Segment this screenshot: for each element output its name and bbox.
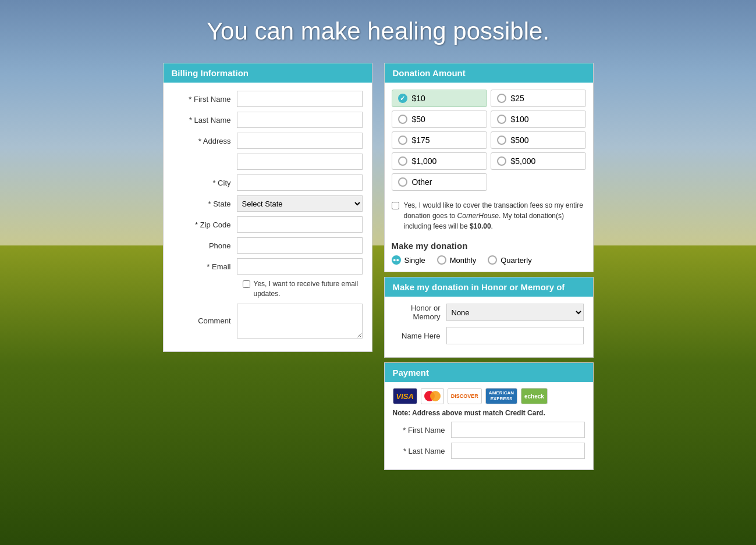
phone-label: Phone <box>173 241 237 250</box>
amount-10[interactable]: $10 <box>392 90 487 107</box>
honor-memory-row: Honor or Memory None In Honor of In Memo… <box>394 304 584 321</box>
freq-single[interactable]: ● Single <box>392 255 425 265</box>
payment-first-name-label: * First Name <box>393 426 451 434</box>
freq-quarterly-label: Quarterly <box>501 256 531 265</box>
amount-175[interactable]: $175 <box>392 131 487 149</box>
address-input-2[interactable] <box>237 154 363 170</box>
radio-other <box>398 177 407 187</box>
honor-body: Honor or Memory None In Honor of In Memo… <box>385 297 593 357</box>
comment-row: Comment <box>173 304 363 339</box>
amount-50[interactable]: $50 <box>392 111 487 128</box>
honor-memory-select[interactable]: None In Honor of In Memory of <box>446 304 584 321</box>
amount-other-label: Other <box>412 177 432 187</box>
city-label: * City <box>173 179 237 187</box>
amex-icon: AMERICANEXPRESS <box>485 388 517 404</box>
radio-175 <box>398 136 407 145</box>
amount-100[interactable]: $100 <box>491 111 586 128</box>
radio-500 <box>497 136 506 145</box>
address-row-1: * Address <box>173 133 363 149</box>
zip-label: * Zip Code <box>173 220 237 229</box>
last-name-row: * Last Name <box>173 112 363 128</box>
amount-5000-label: $5,000 <box>511 156 536 166</box>
payment-last-name-input[interactable] <box>451 443 585 459</box>
billing-panel: Billing Information * First Name * Last … <box>163 63 372 352</box>
freq-quarterly[interactable]: Quarterly <box>488 255 531 265</box>
freq-monthly[interactable]: Monthly <box>437 255 477 265</box>
honor-memory-label: Honor or Memory <box>394 304 446 321</box>
name-here-row: Name Here <box>394 327 584 344</box>
email-input[interactable] <box>237 258 363 275</box>
address-label: * Address <box>173 137 237 145</box>
freq-monthly-label: Monthly <box>450 256 477 265</box>
address-row-2 <box>173 154 363 170</box>
state-select[interactable]: Select State AlabamaAlaskaArizona Arkans… <box>237 195 363 212</box>
make-donation-label: Make my donation <box>392 241 586 251</box>
fee-cover-row: Yes, I would like to cover the transacti… <box>385 198 593 237</box>
address-input-1[interactable] <box>237 133 363 149</box>
mastercard-icon <box>421 388 444 404</box>
name-here-label: Name Here <box>394 332 446 340</box>
email-updates-row: Yes, I want to receive future email upda… <box>243 279 363 299</box>
city-input[interactable] <box>237 174 363 191</box>
comment-label: Comment <box>173 316 237 325</box>
email-label: * Email <box>173 262 237 271</box>
radio-100 <box>497 115 506 124</box>
amount-50-label: $50 <box>412 115 425 124</box>
payment-body: VISA DISCOVER AMERICANEXPRESS echeck Not… <box>385 382 593 469</box>
phone-row: Phone <box>173 237 363 254</box>
donation-amounts-grid: $10 $25 $50 $100 <box>385 83 593 198</box>
fee-cover-checkbox[interactable] <box>392 202 399 209</box>
payment-last-name-row: * Last Name <box>393 443 585 459</box>
billing-header: Billing Information <box>164 63 372 83</box>
radio-1000 <box>398 156 407 166</box>
amount-1000-label: $1,000 <box>412 156 437 166</box>
amount-500-label: $500 <box>511 136 529 145</box>
payment-first-name-input[interactable] <box>451 422 585 438</box>
amount-other[interactable]: Other <box>392 173 487 191</box>
amount-5000[interactable]: $5,000 <box>491 152 586 170</box>
radio-25 <box>497 94 506 103</box>
comment-textarea[interactable] <box>237 304 363 339</box>
email-updates-checkbox[interactable] <box>243 280 250 288</box>
freq-quarterly-radio <box>488 255 497 265</box>
frequency-options: ● Single Monthly Quarterly <box>392 255 586 265</box>
amount-500[interactable]: $500 <box>491 131 586 149</box>
radio-10 <box>398 94 407 103</box>
email-updates-label: Yes, I want to receive future email upda… <box>254 279 363 299</box>
honor-panel: Make my donation in Honor or Memory of H… <box>384 277 594 358</box>
first-name-input[interactable] <box>237 91 363 107</box>
discover-icon: DISCOVER <box>448 388 482 404</box>
amount-1000[interactable]: $1,000 <box>392 152 487 170</box>
payment-note: Note: Address above must match Credit Ca… <box>393 409 585 417</box>
state-row: * State Select State AlabamaAlaskaArizon… <box>173 195 363 212</box>
amount-10-label: $10 <box>412 94 425 103</box>
amount-175-label: $175 <box>412 136 430 145</box>
honor-header: Make my donation in Honor or Memory of <box>385 277 593 297</box>
donation-frequency: Make my donation ● Single Monthly <box>385 237 593 272</box>
state-label: * State <box>173 200 237 208</box>
billing-body: * First Name * Last Name * Address * Ci <box>164 83 372 351</box>
email-row: * Email <box>173 258 363 275</box>
amount-25-label: $25 <box>511 94 524 103</box>
donation-column: Donation Amount $10 $25 $50 <box>384 63 594 475</box>
first-name-label: * First Name <box>173 95 237 104</box>
fee-amount: $10.00 <box>470 222 491 230</box>
city-row: * City <box>173 174 363 191</box>
zip-row: * Zip Code <box>173 216 363 233</box>
echeck-icon: echeck <box>521 388 548 404</box>
forms-container: Billing Information * First Name * Last … <box>12 63 744 475</box>
radio-50 <box>398 115 407 124</box>
name-here-input[interactable] <box>446 327 584 344</box>
freq-monthly-radio <box>437 255 446 265</box>
payment-panel: Payment VISA DISCOVER AMERICANEXPRESS ec… <box>384 362 594 470</box>
first-name-row: * First Name <box>173 91 363 107</box>
donation-header: Donation Amount <box>385 63 593 83</box>
payment-header: Payment <box>385 363 593 382</box>
freq-single-radio: ● <box>392 255 401 265</box>
last-name-input[interactable] <box>237 112 363 128</box>
visa-icon: VISA <box>393 388 417 404</box>
freq-single-label: Single <box>404 256 425 265</box>
amount-25[interactable]: $25 <box>491 90 586 107</box>
zip-input[interactable] <box>237 216 363 233</box>
phone-input[interactable] <box>237 237 363 254</box>
